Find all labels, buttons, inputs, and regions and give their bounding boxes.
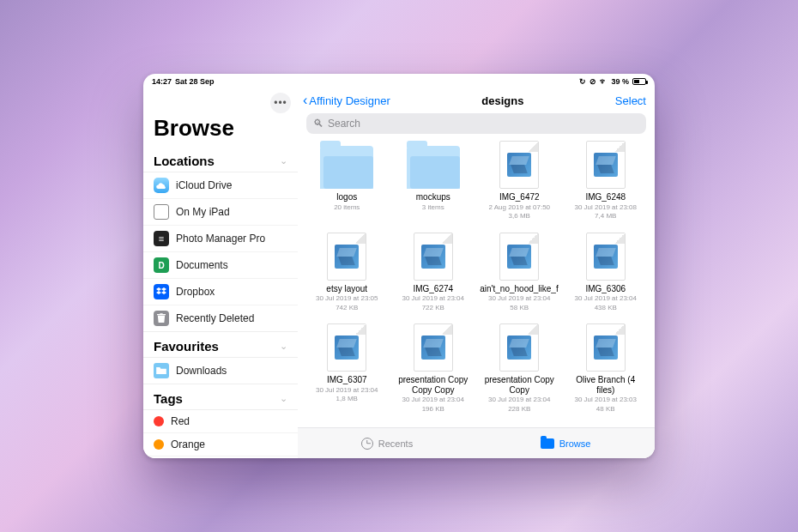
sidebar-item-label: Documents — [176, 259, 228, 271]
documents-app-icon: D — [154, 257, 169, 273]
status-time: 14:27 — [152, 77, 172, 86]
sidebar-item-label: Recently Deleted — [176, 312, 254, 324]
sidebar-item-icloud-drive[interactable]: iCloud Drive — [143, 172, 298, 199]
tile-meta-1: 30 Jul 2019 at 23:04 — [488, 294, 551, 303]
sidebar-item-photo-manager-pro[interactable]: ≡ Photo Manager Pro — [143, 226, 298, 252]
section-header-tags[interactable]: Tags ⌄ — [143, 388, 298, 410]
sidebar-item-tag-orange[interactable]: Orange — [143, 433, 298, 456]
affinity-file-icon — [499, 323, 539, 372]
tile-name: presentation Copy Copy — [480, 375, 559, 395]
back-button[interactable]: ‹ Affinity Designer — [303, 93, 390, 108]
file-tile[interactable]: ain't_no_hood_like_fatherhood30 Jul 2019… — [477, 231, 562, 321]
tag-dot-red-icon — [154, 416, 164, 426]
affinity-file-icon — [414, 323, 453, 372]
search-input[interactable]: 🔍︎ Search — [306, 113, 646, 134]
section-header-locations[interactable]: Locations ⌄ — [143, 150, 298, 172]
sidebar-more-button[interactable]: ••• — [270, 93, 291, 113]
folder-title: designs — [481, 94, 523, 107]
tab-recents[interactable]: Recents — [298, 428, 476, 458]
trash-icon — [154, 311, 169, 326]
section-favourites-label: Favourites — [154, 339, 219, 354]
section-tags: Tags ⌄ Red Orange Yellow — [143, 388, 298, 458]
files-grid[interactable]: logos20 itemsmockups3 itemsIMG_64722 Aug… — [299, 139, 653, 422]
tile-meta-1: 30 Jul 2019 at 23:03 — [574, 396, 637, 404]
sidebar-item-label: Dropbox — [176, 286, 215, 298]
tile-meta-1: 2 Aug 2019 at 07:50 — [488, 203, 550, 212]
affinity-file-icon — [327, 233, 366, 281]
affinity-file-icon — [499, 233, 539, 281]
section-locations-label: Locations — [154, 154, 215, 168]
chevron-down-icon: ⌄ — [280, 155, 287, 166]
sidebar-item-tag-red[interactable]: Red — [143, 410, 298, 433]
file-tile[interactable]: IMG_624830 Jul 2019 at 23:087,4 MB — [564, 139, 649, 229]
tile-name: logos — [336, 192, 357, 203]
tile-meta-2: 1,8 MB — [336, 395, 358, 403]
sidebar-item-downloads[interactable]: Downloads — [143, 358, 298, 384]
section-tags-label: Tags — [154, 391, 183, 406]
sidebar-item-recently-deleted[interactable]: Recently Deleted — [143, 305, 298, 332]
section-locations: Locations ⌄ iCloud Drive On My iPad ≡ Ph… — [143, 150, 298, 336]
tile-meta-1: 20 items — [334, 203, 360, 212]
affinity-file-icon — [586, 323, 626, 372]
tile-meta-2: 48 KB — [596, 405, 615, 414]
tile-meta-1: 30 Jul 2019 at 23:05 — [316, 294, 378, 303]
file-tile[interactable]: IMG_627430 Jul 2019 at 23:04722 KB — [391, 231, 476, 321]
tile-name: IMG_6307 — [327, 375, 367, 385]
wifi-icon: ᯤ — [600, 77, 608, 86]
dropbox-icon — [154, 284, 169, 299]
search-placeholder: Search — [328, 118, 360, 130]
tile-name: IMG_6274 — [413, 284, 453, 294]
clock-icon — [361, 438, 373, 450]
chevron-down-icon: ⌄ — [280, 393, 287, 404]
sidebar-item-on-my-ipad[interactable]: On My iPad — [143, 199, 298, 226]
tile-meta-1: 30 Jul 2019 at 23:08 — [574, 203, 637, 212]
battery-pct: 39 % — [611, 77, 629, 86]
section-header-favourites[interactable]: Favourites ⌄ — [143, 336, 298, 358]
tile-name: mockups — [416, 192, 450, 203]
tile-meta-2: 58 KB — [510, 304, 529, 312]
ipad-icon — [154, 204, 169, 220]
tile-meta-1: 30 Jul 2019 at 23:04 — [574, 294, 637, 303]
file-tile[interactable]: IMG_630630 Jul 2019 at 23:04438 KB — [564, 231, 649, 321]
sidebar-item-tag-yellow[interactable]: Yellow — [143, 456, 298, 458]
folder-icon — [320, 146, 373, 189]
folder-tile[interactable]: mockups3 items — [391, 139, 476, 229]
tab-browse-label: Browse — [559, 438, 591, 449]
back-label: Affinity Designer — [309, 94, 390, 107]
file-tile[interactable]: presentation Copy Copy30 Jul 2019 at 23:… — [477, 322, 562, 421]
tab-browse[interactable]: Browse — [476, 428, 655, 458]
tile-name: IMG_6248 — [585, 192, 626, 203]
file-tile[interactable]: presentation Copy Copy Copy30 Jul 2019 a… — [391, 322, 476, 421]
sidebar-item-dropbox[interactable]: Dropbox — [143, 279, 298, 305]
icloud-icon — [154, 178, 169, 193]
tile-name: Olive Branch (4 files) — [566, 375, 645, 395]
tile-meta-2: 742 KB — [336, 304, 358, 312]
tab-recents-label: Recents — [378, 438, 413, 449]
file-tile[interactable]: etsy layout30 Jul 2019 at 23:05742 KB — [305, 231, 390, 321]
photo-manager-pro-icon: ≡ — [154, 231, 169, 246]
status-bar: 14:27 Sat 28 Sep ↻ ⊘ ᯤ 39 % — [143, 74, 655, 89]
tile-meta-1: 30 Jul 2019 at 23:04 — [316, 386, 378, 395]
section-favourites: Favourites ⌄ Downloads — [143, 336, 298, 388]
search-icon: 🔍︎ — [313, 118, 323, 130]
affinity-file-icon — [327, 323, 366, 372]
sidebar-item-label: Photo Manager Pro — [176, 233, 265, 245]
folder-tile[interactable]: logos20 items — [305, 139, 390, 229]
sync-icon: ↻ — [579, 77, 586, 86]
ellipsis-icon: ••• — [274, 97, 287, 109]
file-tile[interactable]: IMG_630730 Jul 2019 at 23:041,8 MB — [305, 322, 390, 421]
sidebar-item-documents[interactable]: D Documents — [143, 252, 298, 279]
sidebar-item-label: Downloads — [176, 365, 227, 377]
navbar: ‹ Affinity Designer designs Select — [298, 89, 655, 110]
affinity-file-icon — [499, 141, 539, 189]
affinity-file-icon — [586, 233, 626, 281]
tile-name: ain't_no_hood_like_fatherhood — [480, 284, 559, 294]
file-tile[interactable]: IMG_64722 Aug 2019 at 07:503,6 MB — [477, 139, 562, 229]
affinity-file-icon — [586, 141, 626, 189]
file-tile[interactable]: Olive Branch (4 files)30 Jul 2019 at 23:… — [564, 322, 649, 421]
folder-icon — [154, 363, 169, 378]
chevron-left-icon: ‹ — [303, 93, 307, 108]
select-button[interactable]: Select — [615, 94, 646, 107]
tile-meta-2: 438 KB — [595, 304, 617, 312]
folder-icon — [541, 438, 554, 449]
